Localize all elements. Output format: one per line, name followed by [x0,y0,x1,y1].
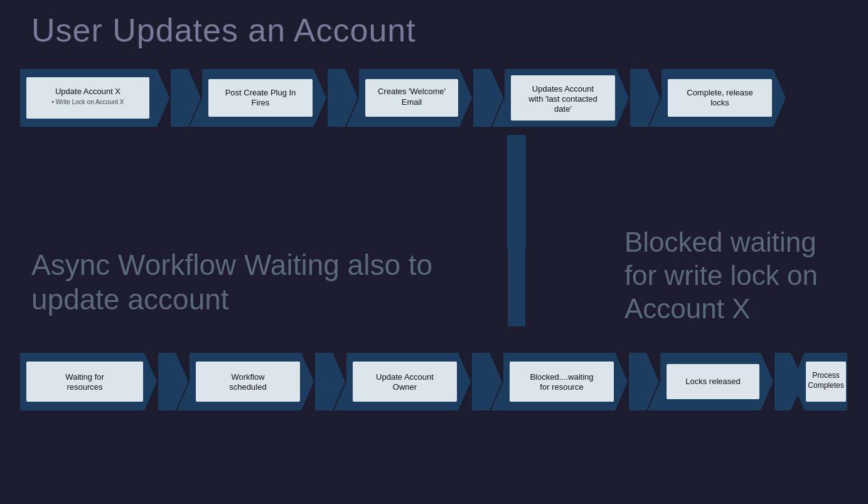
svg-text:Workflow: Workflow [231,372,265,382]
svg-rect-38 [353,362,457,402]
svg-text:Update Account: Update Account [376,372,434,382]
svg-text:Completes: Completes [808,381,844,390]
svg-text:locks: locks [710,98,729,107]
svg-text:with 'last contacted: with 'last contacted [528,94,597,104]
page: User Updates an Account Async Workflow W… [0,0,868,504]
svg-text:Email: Email [402,97,422,107]
svg-text:Creates 'Welcome': Creates 'Welcome' [378,87,446,96]
bottom-flow-svg: Waiting for resources Workflow scheduled… [20,353,849,410]
svg-text:Complete, release: Complete, release [687,88,753,97]
top-flow-svg: Update Account X • Write Lock on Account… [20,69,849,127]
main-title: User Updates an Account [31,11,416,49]
blocked-label: Blocked waitingfor write lock onAccount … [624,226,818,325]
svg-text:Waiting for: Waiting for [65,372,104,382]
svg-text:Process: Process [812,371,839,380]
svg-text:date': date' [554,104,572,114]
svg-rect-33 [196,362,300,402]
svg-text:Post Create Plug In: Post Create Plug In [225,88,296,97]
svg-text:resources: resources [67,382,103,392]
svg-text:Update Account X: Update Account X [55,87,121,96]
svg-rect-3 [26,77,149,119]
svg-text:Fires: Fires [252,98,270,107]
bottom-flow: Waiting for resources Workflow scheduled… [20,353,849,410]
svg-rect-43 [510,362,614,402]
svg-text:Owner: Owner [393,382,417,392]
svg-text:scheduled: scheduled [229,382,266,392]
async-label-text: Async Workflow Waiting also toupdate acc… [31,249,432,316]
async-label: Async Workflow Waiting also toupdate acc… [31,248,432,317]
svg-text:Blocked....waiting: Blocked....waiting [530,372,593,382]
svg-text:Updates Account: Updates Account [532,84,594,94]
svg-text:Locks released: Locks released [685,377,740,386]
svg-rect-28 [26,362,143,402]
top-flow: Update Account X • Write Lock on Account… [20,69,849,127]
svg-text:for resource: for resource [540,382,583,392]
blocked-label-text: Blocked waitingfor write lock onAccount … [624,227,818,324]
svg-text:• Write  Lock on Account X: • Write Lock on Account X [51,99,124,105]
up-arrow [507,135,526,330]
